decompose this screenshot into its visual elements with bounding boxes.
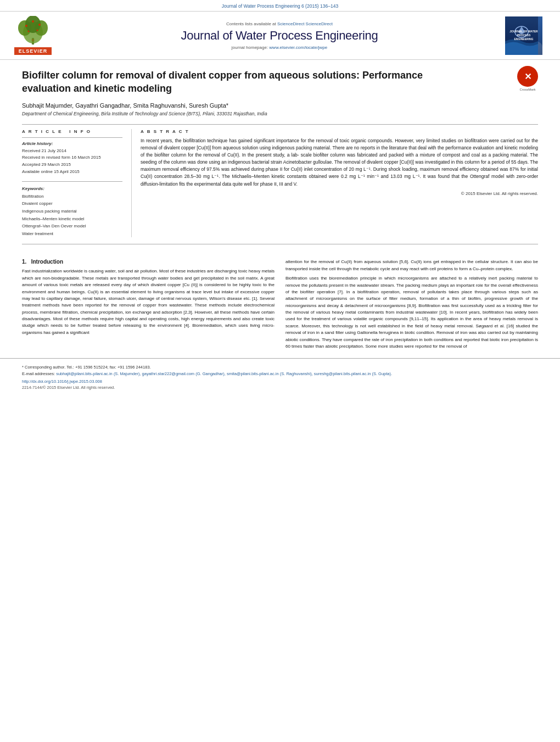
accepted-date: Accepted 29 March 2015: [22, 161, 122, 169]
svg-point-4: [25, 16, 41, 33]
divider-keywords: [22, 181, 122, 182]
keyword-4: Michaelis–Menten kinetic model: [22, 215, 122, 223]
body-right-col: attention for the removal of Cu(II) from…: [285, 259, 538, 353]
article-info-col: A R T I C L E I N F O Article history: R…: [22, 129, 132, 238]
section-1-title: 1. Introduction: [22, 259, 275, 265]
intro-para-3: Biofiltration uses the bioremediation pr…: [285, 275, 538, 350]
keyword-1: Biofiltration: [22, 193, 122, 200]
article-title: Biofilter column for removal of divalent…: [22, 69, 450, 96]
affiliation-line: Department of Chemical Engineering, Birl…: [22, 111, 538, 116]
article-info-heading: A R T I C L E I N F O: [22, 129, 122, 134]
article-content: ✕ CrossMark Biofilter column for removal…: [0, 60, 560, 253]
keyword-5: Ottengraf–Van Den Oever model: [22, 222, 122, 230]
body-content: 1. Introduction Fast industrialization w…: [0, 253, 560, 358]
article-history: Article history: Received 21 July 2014 R…: [22, 141, 122, 176]
journal-header: ELSEVIER Contents lists available at Sci…: [0, 11, 560, 60]
elsevier-label-text: ELSEVIER: [14, 47, 52, 55]
received-date: Received 21 July 2014: [22, 148, 122, 155]
email-addresses: subhajit@pilani.bits-pilani.ac.in (S. Ma…: [56, 371, 392, 376]
svg-point-9: [37, 30, 38, 31]
keyword-6: Water treatment: [22, 230, 122, 238]
keyword-3: Indigenous packing material: [22, 208, 122, 215]
abstract-col: A B S T R A C T In recent years, the bio…: [132, 129, 538, 238]
abstract-text: In recent years, the biofiltration techn…: [141, 137, 538, 188]
svg-point-7: [32, 20, 34, 23]
divider-1: [22, 124, 538, 125]
journal-reference-text: Journal of Water Process Engineering 6 (…: [222, 3, 338, 9]
crossmark-badge: ✕ CrossMark: [517, 66, 538, 91]
svg-point-10: [32, 39, 35, 42]
sciencedirect-text: ScienceDirect: [306, 21, 333, 26]
intro-para-1: Fast industrialization worldwide is caus…: [22, 268, 275, 336]
sciencedirect-link[interactable]: ScienceDirect: [277, 21, 304, 26]
crossmark-icon: ✕: [517, 66, 538, 87]
intro-para-2: attention for the removal of Cu(II) from…: [285, 259, 538, 272]
journal-reference-line: Journal of Water Process Engineering 6 (…: [0, 0, 560, 11]
email-note: E-mail addresses: subhajit@pilani.bits-p…: [22, 371, 538, 377]
authors-text: Subhajit Majumder, Gayathri Gangadhar, S…: [22, 102, 228, 109]
corresponding-note: * Corresponding author. Tel.: +91 1596 5…: [22, 364, 538, 370]
journal-title-block: Contents lists available at ScienceDirec…: [60, 21, 499, 50]
divider-body: [22, 244, 538, 244]
divider-info: [22, 137, 122, 138]
email-label: E-mail addresses:: [22, 371, 55, 376]
footer-area: * Corresponding author. Tel.: +91 1596 5…: [0, 358, 560, 394]
issn-line: 2214-7144/© 2015 Elsevier Ltd. All right…: [22, 385, 538, 390]
svg-point-6: [38, 24, 41, 26]
journal-logo-text: JOURNAL OF WATER PROCESS ENGINEERING: [505, 27, 542, 43]
doi-line[interactable]: http://dx.doi.org/10.1016/j.jwpe.2015.03…: [22, 379, 538, 384]
homepage-line: journal homepage: www.elsevier.com/locat…: [60, 45, 499, 50]
journal-main-title: Journal of Water Process Engineering: [60, 29, 499, 43]
keywords-section: Keywords: Biofiltration Divalent copper …: [22, 186, 122, 238]
journal-logo-box: JOURNAL OF WATER PROCESS ENGINEERING: [505, 16, 542, 55]
homepage-url[interactable]: www.elsevier.com/locate/jwpe: [269, 45, 327, 50]
two-column-section: A R T I C L E I N F O Article history: R…: [22, 129, 538, 238]
authors-line: Subhajit Majumder, Gayathri Gangadhar, S…: [22, 102, 538, 109]
keywords-label: Keywords:: [22, 186, 122, 191]
page: Journal of Water Process Engineering 6 (…: [0, 0, 560, 742]
svg-point-8: [28, 31, 30, 32]
keyword-2: Divalent copper: [22, 200, 122, 208]
elsevier-logo: ELSEVIER: [11, 16, 55, 55]
copyright-line: © 2015 Elsevier Ltd. All rights reserved…: [141, 191, 538, 196]
body-left-col: 1. Introduction Fast industrialization w…: [22, 259, 275, 353]
svg-point-5: [25, 25, 27, 27]
history-label: Article history:: [22, 141, 122, 146]
contents-available-line: Contents lists available at ScienceDirec…: [60, 21, 499, 26]
crossmark-label: CrossMark: [517, 88, 538, 91]
available-online-date: Available online 15 April 2015: [22, 169, 122, 176]
received-revised-date: Received in revised form 16 March 2015: [22, 154, 122, 161]
abstract-heading: A B S T R A C T: [141, 129, 538, 134]
elsevier-tree-icon: [16, 16, 49, 46]
journal-logo-right: JOURNAL OF WATER PROCESS ENGINEERING: [504, 16, 544, 55]
